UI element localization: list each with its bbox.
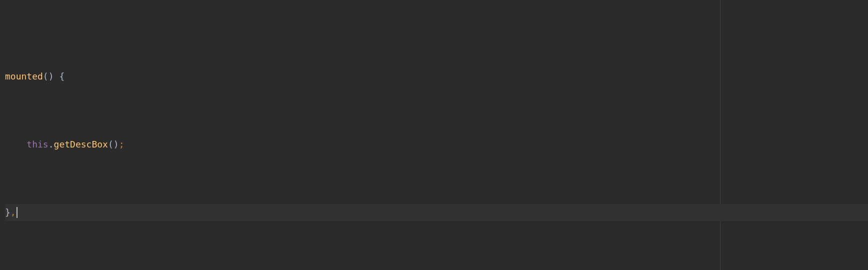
code-line-active[interactable]: }, xyxy=(5,204,868,221)
method-name: mounted xyxy=(5,68,43,85)
brace: { xyxy=(59,68,64,85)
code-line[interactable]: this.getDescBox(); xyxy=(5,136,868,153)
method-call: getDescBox xyxy=(54,136,108,153)
right-margin-ruler xyxy=(720,0,720,270)
this-keyword: this xyxy=(26,136,48,153)
paren: () xyxy=(43,68,60,85)
code-editor[interactable]: mounted() { this.getDescBox(); }, method… xyxy=(0,0,868,270)
text-cursor xyxy=(16,207,18,218)
code-line[interactable]: mounted() { xyxy=(5,68,868,85)
